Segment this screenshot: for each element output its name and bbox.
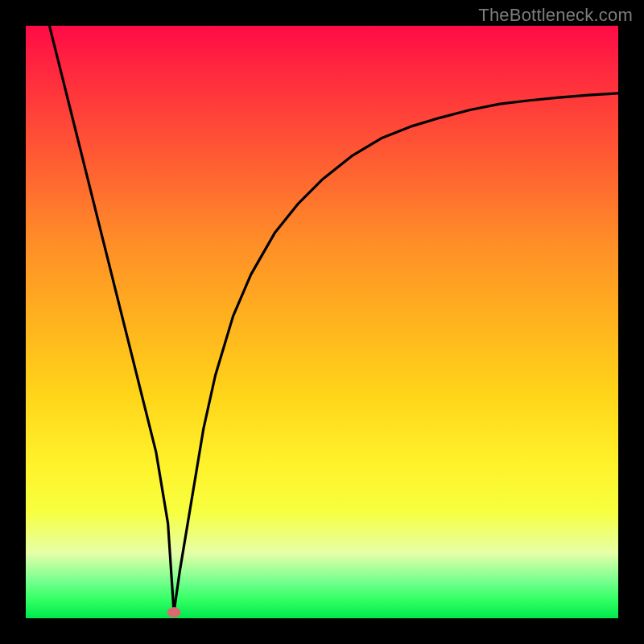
bottleneck-curve [49, 26, 618, 613]
curve-layer [26, 26, 618, 618]
plot-area [26, 26, 618, 618]
chart-frame: TheBottleneck.com [0, 0, 644, 644]
watermark-text: TheBottleneck.com [478, 5, 633, 26]
minimum-marker [167, 608, 180, 617]
